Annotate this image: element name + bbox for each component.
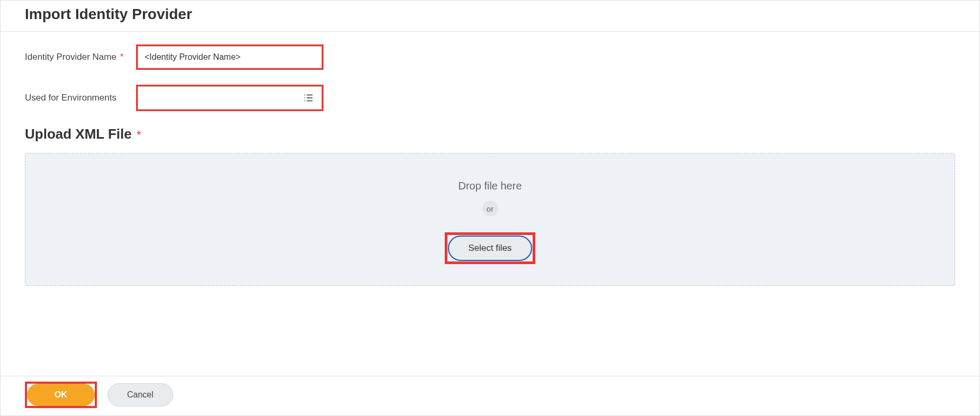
idp-name-row: Identity Provider Name * bbox=[25, 44, 955, 70]
environments-input[interactable] bbox=[138, 86, 322, 110]
environments-label: Used for Environments bbox=[25, 93, 136, 103]
select-files-button[interactable]: Select files bbox=[448, 236, 532, 261]
ok-highlight: OK bbox=[25, 382, 97, 408]
idp-name-label: Identity Provider Name * bbox=[25, 52, 136, 62]
select-files-highlight: Select files bbox=[445, 232, 535, 264]
upload-section-title-text: Upload XML File bbox=[25, 126, 132, 142]
required-asterisk: * bbox=[120, 52, 124, 62]
idp-name-input[interactable] bbox=[138, 46, 322, 68]
environments-highlight bbox=[136, 85, 323, 111]
page-title: Import Identity Provider bbox=[25, 6, 955, 23]
svg-point-4 bbox=[304, 101, 305, 102]
file-dropzone[interactable]: Drop file here or Select files bbox=[25, 153, 955, 286]
or-separator: or bbox=[482, 201, 498, 216]
required-asterisk: * bbox=[137, 128, 141, 141]
svg-point-2 bbox=[304, 97, 305, 98]
form-content: Identity Provider Name * Used for Enviro… bbox=[1, 32, 979, 286]
page-header: Import Identity Provider bbox=[1, 1, 979, 32]
svg-point-0 bbox=[304, 95, 305, 96]
dropzone-text: Drop file here bbox=[36, 180, 944, 192]
idp-name-label-text: Identity Provider Name bbox=[25, 52, 116, 62]
cancel-button[interactable]: Cancel bbox=[107, 383, 173, 406]
list-icon[interactable] bbox=[303, 92, 314, 104]
upload-section-title: Upload XML File * bbox=[25, 126, 955, 142]
footer-actions: OK Cancel bbox=[1, 376, 979, 408]
idp-name-highlight bbox=[136, 44, 323, 70]
environments-row: Used for Environments bbox=[25, 85, 955, 111]
ok-button[interactable]: OK bbox=[27, 384, 95, 406]
